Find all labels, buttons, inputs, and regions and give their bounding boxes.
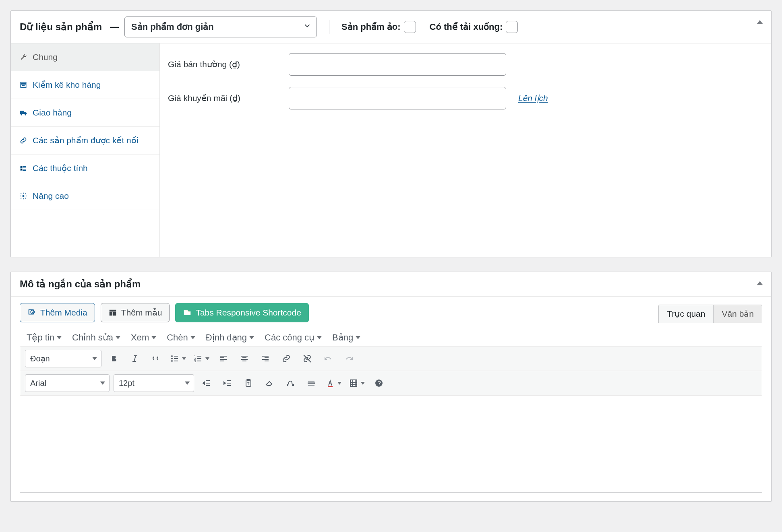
product-type-select[interactable]: Sản phẩm đơn giản (124, 16, 317, 37)
product-data-header: Dữ liệu sản phẩm — Sản phẩm đơn giản Sản… (11, 11, 771, 43)
chevron-down-icon (303, 21, 312, 33)
tab-inventory[interactable]: Kiểm kê kho hàng (11, 71, 159, 99)
downloadable-checkbox-wrap[interactable]: Có thể tải xuống: (430, 21, 518, 33)
short-description-header: Mô tả ngắn của sản phẩm (11, 272, 771, 297)
editor-tab-text[interactable]: Văn bản (713, 305, 762, 323)
menu-file[interactable]: Tệp tin (27, 332, 62, 343)
chevron-down-icon (317, 336, 322, 339)
menu-insert[interactable]: Chèn (167, 332, 195, 343)
general-panel: Giá bán thường (₫) Giá khuyến mãi (₫) Lê… (160, 43, 771, 257)
chevron-down-icon (205, 357, 209, 360)
tinymce-editor: Tệp tin Chỉnh sửa Xem Chèn Định dạng Các… (20, 329, 762, 493)
tab-shipping[interactable]: Giao hàng (11, 99, 159, 127)
unlink-button[interactable] (299, 350, 316, 367)
tab-general-label: Chung (33, 52, 58, 62)
font-size-select[interactable]: 12pt (114, 374, 194, 392)
downloadable-checkbox[interactable] (506, 21, 518, 33)
help-button[interactable] (370, 375, 387, 392)
editor-toolbar-2: Arial 12pt (20, 371, 762, 396)
italic-button[interactable] (126, 350, 143, 367)
undo-button[interactable] (320, 350, 337, 367)
tab-advanced-label: Nâng cao (33, 191, 69, 201)
divider (329, 20, 329, 34)
redo-button[interactable] (341, 350, 358, 367)
special-char-button[interactable] (282, 375, 299, 392)
media-icon (27, 308, 36, 317)
indent-button[interactable] (219, 375, 236, 392)
virtual-checkbox[interactable] (404, 21, 416, 33)
align-left-button[interactable] (215, 350, 232, 367)
chevron-down-icon (116, 336, 120, 339)
editor-menubar: Tệp tin Chỉnh sửa Xem Chèn Định dạng Các… (20, 329, 762, 346)
gear-icon (19, 192, 28, 200)
dash: — (110, 22, 119, 32)
font-family-select[interactable]: Arial (25, 374, 110, 392)
align-right-button[interactable] (257, 350, 274, 367)
outdent-button[interactable] (198, 375, 215, 392)
virtual-label: Sản phẩm ảo: (341, 22, 401, 32)
editor-content-area[interactable] (20, 396, 762, 492)
sale-price-label: Giá khuyến mãi (₫) (168, 93, 277, 103)
chevron-down-icon (57, 336, 62, 339)
add-template-label: Thêm mẫu (121, 308, 162, 318)
tab-shipping-label: Giao hàng (33, 108, 72, 118)
align-center-button[interactable] (236, 350, 253, 367)
horizontal-rule-button[interactable] (303, 375, 320, 392)
add-media-button[interactable]: Thêm Media (20, 303, 95, 322)
tab-inventory-label: Kiểm kê kho hàng (33, 80, 101, 90)
product-data-panel: Dữ liệu sản phẩm — Sản phẩm đơn giản Sản… (10, 10, 772, 257)
chevron-down-icon (92, 357, 97, 360)
link-icon (19, 136, 28, 144)
virtual-checkbox-wrap[interactable]: Sản phẩm ảo: (341, 21, 416, 33)
format-select-value: Đoạn (30, 354, 50, 363)
add-template-button[interactable]: Thêm mẫu (101, 303, 170, 322)
chevron-down-icon (356, 336, 360, 339)
editor-tab-visual[interactable]: Trực quan (658, 305, 713, 323)
table-button[interactable] (347, 375, 366, 392)
product-type-selected-label: Sản phẩm đơn giản (131, 22, 214, 32)
menu-edit[interactable]: Chỉnh sửa (72, 332, 120, 343)
clear-formatting-button[interactable] (261, 375, 278, 392)
truck-icon (19, 109, 28, 117)
tabs-icon (183, 308, 192, 317)
collapse-toggle[interactable] (753, 15, 767, 29)
text-color-button[interactable] (324, 375, 343, 392)
tabs-shortcode-button[interactable]: Tabs Responsive Shortcode (175, 303, 309, 322)
downloadable-label: Có thể tải xuống: (430, 22, 503, 32)
triangle-up-icon (757, 20, 763, 24)
chevron-down-icon (151, 336, 156, 339)
list-icon (19, 164, 28, 172)
tabs-shortcode-label: Tabs Responsive Shortcode (196, 308, 301, 318)
editor-tab-visual-label: Trực quan (667, 309, 705, 318)
tab-advanced[interactable]: Nâng cao (11, 182, 159, 210)
blockquote-button[interactable] (147, 350, 164, 367)
bold-button[interactable] (106, 350, 122, 367)
schedule-link[interactable]: Lên lịch (518, 93, 548, 103)
chevron-down-icon (100, 381, 105, 385)
collapse-toggle[interactable] (753, 276, 767, 291)
menu-tools[interactable]: Các công cụ (265, 332, 322, 343)
menu-view[interactable]: Xem (131, 332, 156, 343)
menu-format[interactable]: Định dạng (206, 332, 254, 343)
sale-price-input[interactable] (289, 87, 506, 109)
menu-table[interactable]: Bảng (332, 332, 360, 343)
tab-attributes[interactable]: Các thuộc tính (11, 155, 159, 182)
regular-price-input[interactable] (289, 53, 506, 76)
format-select[interactable]: Đoạn (25, 350, 101, 367)
wrench-icon (19, 53, 28, 61)
tab-linked-label: Các sản phẩm được kết nối (33, 136, 138, 145)
numbered-list-button[interactable] (192, 350, 211, 367)
chevron-down-icon (337, 382, 341, 385)
short-description-panel: Mô tả ngắn của sản phẩm Thêm Media Thêm … (10, 272, 772, 502)
tab-attributes-label: Các thuộc tính (33, 163, 88, 173)
chevron-down-icon (361, 382, 365, 385)
tab-linked[interactable]: Các sản phẩm được kết nối (11, 127, 159, 155)
tab-general[interactable]: Chung (11, 43, 159, 71)
font-size-value: 12pt (119, 379, 134, 388)
paste-text-button[interactable] (240, 375, 257, 392)
link-button[interactable] (278, 350, 295, 367)
inventory-icon (19, 81, 28, 89)
bullet-list-button[interactable] (168, 350, 188, 367)
short-description-title: Mô tả ngắn của sản phẩm (20, 278, 762, 290)
chevron-down-icon (185, 381, 190, 385)
